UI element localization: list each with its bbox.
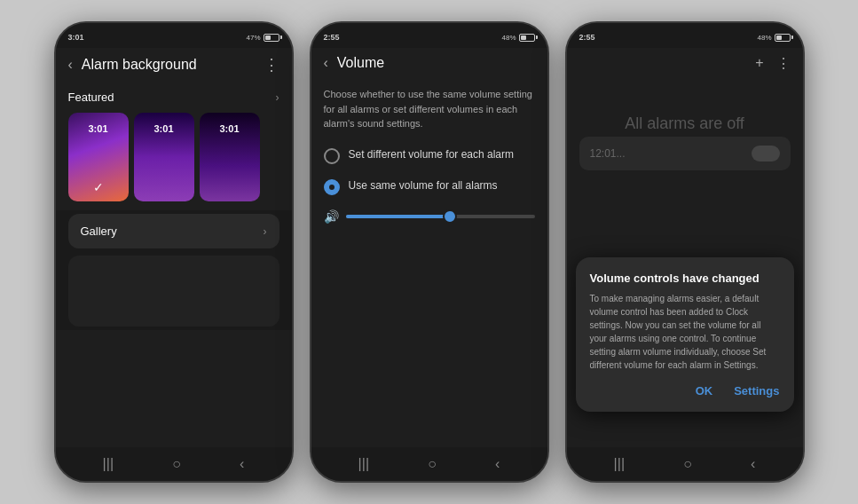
phone3-dialog-body: To make managing alarms easier, a defaul… xyxy=(590,292,780,372)
phone2-header: ‹ Volume xyxy=(311,48,547,78)
phone3-battery-text: 48% xyxy=(757,34,771,42)
phone3-nav-bar: ||| ○ ‹ xyxy=(567,447,803,481)
phone1-header: ‹ Alarm background ⋮ xyxy=(56,48,292,82)
phone1-nav-bar: ||| ○ ‹ xyxy=(56,447,292,481)
phone2-status-icons: 48% xyxy=(501,34,534,42)
phone2-battery-text: 48% xyxy=(501,34,516,42)
phone3-alarms-off-text: All alarms are off xyxy=(567,114,803,133)
phones-container: 3:01 47% ‹ Alarm background ⋮ Featured ›… xyxy=(0,0,858,504)
phone2-battery-icon xyxy=(519,34,535,42)
phone2-nav-back[interactable]: ‹ xyxy=(495,456,500,472)
phone2-page-title: Volume xyxy=(337,55,535,71)
phone2-volume-icon: 🔊 xyxy=(324,209,339,224)
phone1-status-bar: 3:01 47% xyxy=(56,23,292,48)
phone2-radio-2-label: Use same volume for all alarms xyxy=(349,178,498,193)
phone1-featured-header: Featured › xyxy=(56,82,292,109)
phone3-nav-recent[interactable]: ||| xyxy=(614,456,625,472)
phone2-slider-track[interactable] xyxy=(346,215,535,218)
phone3-status-bar: 2:55 48% xyxy=(567,23,803,48)
phone1-featured-arrow[interactable]: › xyxy=(276,91,279,104)
phone2-slider-fill xyxy=(346,215,450,218)
phone2-status-bar: 2:55 48% xyxy=(311,23,547,48)
phone3-add-icon[interactable]: + xyxy=(755,55,763,72)
phone1-thumb-2-time: 3:01 xyxy=(153,123,173,134)
phone1-page-title: Alarm background xyxy=(82,57,264,73)
phone3-alarm-row: 12:01... xyxy=(579,137,791,170)
phone1-battery-icon xyxy=(264,34,279,42)
phone1-status-icons: 47% xyxy=(246,34,279,42)
phone1-nav-recent[interactable]: ||| xyxy=(103,456,114,472)
phone1-time: 3:01 xyxy=(68,33,84,42)
phone3-ok-button[interactable]: OK xyxy=(696,384,713,398)
phone2-slider-thumb[interactable] xyxy=(443,209,457,224)
phone3-time: 2:55 xyxy=(579,33,595,42)
phone1-gallery-arrow: › xyxy=(264,225,267,238)
phone1-thumb-1-check: ✓ xyxy=(93,180,104,194)
phone3-nav-home[interactable]: ○ xyxy=(683,456,692,472)
phone1: 3:01 47% ‹ Alarm background ⋮ Featured ›… xyxy=(54,21,294,483)
phone1-gallery-empty xyxy=(68,256,279,327)
phone2-description: Choose whether to use the same volume se… xyxy=(324,87,535,131)
phone1-more-icon[interactable]: ⋮ xyxy=(264,55,279,75)
phone3-dialog: Volume controls have changed To make man… xyxy=(576,257,794,412)
phone1-battery-text: 47% xyxy=(246,34,260,42)
phone3-settings-button[interactable]: Settings xyxy=(734,384,779,398)
phone2-radio-1-circle xyxy=(324,148,340,164)
phone1-thumb-1-time: 3:01 xyxy=(88,123,107,134)
phone2-volume-slider-row: 🔊 xyxy=(324,209,535,224)
phone2-nav-home[interactable]: ○ xyxy=(428,456,437,472)
phone3: 2:55 48% + ⋮ All alarms are off 12:01...… xyxy=(565,21,805,483)
phone2-time: 2:55 xyxy=(324,33,340,42)
phone2-nav-bar: ||| ○ ‹ xyxy=(311,447,547,481)
phone2-radio-2-circle xyxy=(324,179,340,195)
phone1-thumbnails-row: 3:01 ✓ 3:01 3:01 xyxy=(56,109,292,210)
phone3-nav-back[interactable]: ‹ xyxy=(751,456,755,472)
phone3-battery-icon xyxy=(775,34,791,42)
phone1-back-button[interactable]: ‹ xyxy=(68,57,73,73)
phone3-dialog-title: Volume controls have changed xyxy=(590,272,780,285)
phone3-actions: + ⋮ xyxy=(567,48,803,79)
phone2-nav-recent[interactable]: ||| xyxy=(358,456,369,472)
phone1-nav-back[interactable]: ‹ xyxy=(240,456,244,472)
phone3-alarm-time: 12:01... xyxy=(590,147,626,160)
phone1-gallery-label: Gallery xyxy=(81,224,117,238)
phone1-gallery-section[interactable]: Gallery › xyxy=(68,214,279,248)
phone3-status-icons: 48% xyxy=(757,34,790,42)
phone1-thumb-3-time: 3:01 xyxy=(219,123,239,134)
phone2-back-button[interactable]: ‹ xyxy=(324,55,328,71)
phone3-content: + ⋮ All alarms are off 12:01... Volume c… xyxy=(567,48,803,447)
phone3-alarm-toggle[interactable] xyxy=(752,146,780,161)
phone1-nav-home[interactable]: ○ xyxy=(172,456,181,472)
phone2: 2:55 48% ‹ Volume Choose whether to use … xyxy=(310,21,549,483)
phone1-featured-label: Featured xyxy=(68,91,114,104)
phone1-thumb-3[interactable]: 3:01 xyxy=(200,113,260,201)
phone1-thumb-1[interactable]: 3:01 ✓ xyxy=(68,113,129,201)
phone2-radio-option-1[interactable]: Set different volume for each alarm xyxy=(324,147,535,164)
phone3-more-icon[interactable]: ⋮ xyxy=(776,55,791,72)
phone2-radio-1-label: Set different volume for each alarm xyxy=(349,147,515,162)
phone2-radio-option-2[interactable]: Use same volume for all alarms xyxy=(324,178,535,195)
phone1-thumb-2[interactable]: 3:01 xyxy=(134,113,194,201)
phone2-content: Choose whether to use the same volume se… xyxy=(311,78,547,447)
phone3-dialog-buttons: OK Settings xyxy=(590,384,780,398)
